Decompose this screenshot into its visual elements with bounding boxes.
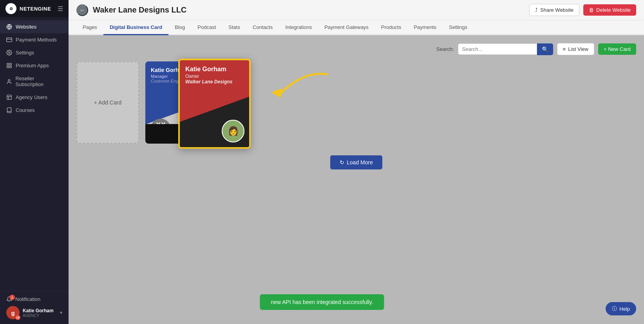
svg-rect-5 <box>7 63 9 65</box>
logo-icon: ⚙ <box>5 3 16 14</box>
sidebar-item-courses[interactable]: Courses <box>0 104 69 117</box>
tab-contacts[interactable]: Contacts <box>246 20 279 35</box>
svg-point-4 <box>9 52 10 54</box>
topbar: ← Waker Lane Designs LLC ⤴ Share Website… <box>69 0 644 20</box>
svg-rect-6 <box>10 63 11 65</box>
tab-settings[interactable]: Settings <box>443 20 474 35</box>
avatar-initial: g <box>11 310 14 316</box>
refresh-icon: ↻ <box>340 159 344 166</box>
user-item[interactable]: g 15 Katie Gorham AGENCY ▾ <box>6 306 62 319</box>
globe-icon <box>6 24 12 30</box>
user-name: Katie Gorham <box>23 308 54 313</box>
popup-card-container: Katie Gorham Owner Walker Lane Designs 👩 <box>178 59 251 149</box>
svg-point-9 <box>8 79 10 81</box>
gear-icon <box>6 50 12 56</box>
tab-pages[interactable]: Pages <box>76 20 103 35</box>
search-input-wrap <box>458 43 537 55</box>
avatar: g 15 <box>6 306 20 319</box>
popup-avatar: 👩 <box>222 120 244 142</box>
tab-podcast[interactable]: Podcast <box>191 20 222 35</box>
tab-payment-gateways[interactable]: Payment Gateways <box>318 20 375 35</box>
logo-text: NETENGINE <box>20 6 51 12</box>
tab-products[interactable]: Products <box>375 20 407 35</box>
sidebar-item-payment-methods[interactable]: Payment Methods <box>0 33 69 46</box>
help-label: Help <box>619 306 630 312</box>
back-button[interactable]: ← <box>76 4 88 16</box>
search-input[interactable] <box>462 46 533 52</box>
sidebar-item-websites-label: Websites <box>16 24 36 30</box>
sidebar-item-settings[interactable]: Settings <box>0 46 69 59</box>
popup-card-name: Katie Gorham <box>185 66 244 73</box>
grid-icon <box>6 63 12 68</box>
sidebar-item-premium-apps[interactable]: Premium Apps <box>0 59 69 72</box>
svg-rect-8 <box>7 66 9 68</box>
toast-message: new API has been integrated successfully… <box>260 294 384 310</box>
page-title: Waker Lane Designs LLC <box>93 5 186 14</box>
share-website-label: Share Website <box>540 7 573 13</box>
credit-card-icon <box>6 37 12 43</box>
cards-grid: + Add Card Katie Gorham Manager Customer… <box>76 61 636 144</box>
svg-rect-10 <box>7 95 11 99</box>
person-icon <box>6 79 12 85</box>
add-card-label: + Add Card <box>94 99 121 106</box>
chevron-down-icon: ▾ <box>60 310 62 315</box>
sidebar-item-courses-label: Courses <box>16 107 34 113</box>
tab-integrations[interactable]: Integrations <box>279 20 318 35</box>
load-more-wrap: ↻ Load More <box>76 155 636 169</box>
tab-blog[interactable]: Blog <box>168 20 191 35</box>
sidebar-item-agency-users-label: Agency Users <box>16 94 47 100</box>
content-toolbar: Search: 🔍 ≡ List View + New Card <box>76 43 636 55</box>
popup-card-inner: Katie Gorham Owner Walker Lane Designs 👩 <box>180 60 249 147</box>
svg-rect-7 <box>10 66 11 68</box>
tab-payments[interactable]: Payments <box>407 20 443 35</box>
user-role: AGENCY <box>23 313 54 318</box>
sidebar-item-premium-apps-label: Premium Apps <box>16 63 49 68</box>
popup-avatar-emoji: 👩 <box>228 126 239 136</box>
list-icon: ≡ <box>563 46 566 52</box>
tab-digital-business-card[interactable]: Digital Business Card <box>103 20 168 35</box>
user-info: Katie Gorham AGENCY <box>23 308 54 318</box>
tab-stats[interactable]: Stats <box>222 20 246 35</box>
trash-icon: 🗑 <box>589 7 594 13</box>
toast-text: new API has been integrated successfully… <box>271 299 373 305</box>
main-content: ← Waker Lane Designs LLC ⤴ Share Website… <box>69 0 644 324</box>
svg-rect-2 <box>7 38 12 42</box>
notification-item[interactable]: 1 Notification <box>6 296 62 302</box>
new-card-label: + New Card <box>604 46 631 52</box>
add-card-button[interactable]: + Add Card <box>76 61 139 144</box>
load-more-label: Load More <box>347 159 373 166</box>
layout-icon <box>6 94 12 100</box>
content-area: Search: 🔍 ≡ List View + New Card + Add C… <box>69 35 644 324</box>
notification-label: Notification <box>15 296 40 302</box>
notification-badge: 1 <box>9 295 15 300</box>
delete-website-label: Delete Website <box>596 7 631 13</box>
topbar-actions: ⤴ Share Website 🗑 Delete Website <box>529 4 636 16</box>
load-more-button[interactable]: ↻ Load More <box>330 155 382 169</box>
new-card-button[interactable]: + New Card <box>598 43 636 55</box>
sidebar: ⚙ NETENGINE ☰ Websites Payment Methods S… <box>0 0 69 324</box>
sidebar-item-reseller-subscription[interactable]: Reseller Subscription <box>0 72 69 91</box>
list-view-button[interactable]: ≡ List View <box>557 43 594 55</box>
share-website-button[interactable]: ⤴ Share Website <box>529 4 579 16</box>
sidebar-item-settings-label: Settings <box>16 50 34 56</box>
help-icon: ⓘ <box>612 305 617 312</box>
search-label: Search: <box>436 46 454 52</box>
delete-website-button[interactable]: 🗑 Delete Website <box>583 4 636 16</box>
help-button[interactable]: ⓘ Help <box>606 302 636 315</box>
search-button[interactable]: 🔍 <box>537 43 553 55</box>
share-icon: ⤴ <box>535 7 538 13</box>
sidebar-nav: Websites Payment Methods Settings Premiu… <box>0 17 69 291</box>
tab-bar: Pages Digital Business Card Blog Podcast… <box>69 20 644 35</box>
popup-card-company: Walker Lane Designs <box>185 79 244 85</box>
sidebar-item-agency-users[interactable]: Agency Users <box>0 91 69 104</box>
sidebar-logo: ⚙ NETENGINE ☰ <box>0 0 69 17</box>
sidebar-item-websites[interactable]: Websites <box>0 20 69 33</box>
book-icon <box>6 107 12 113</box>
sidebar-bottom: 1 Notification g 15 Katie Gorham AGENCY … <box>0 291 69 324</box>
list-view-label: List View <box>568 46 588 52</box>
sidebar-item-payment-methods-label: Payment Methods <box>16 37 57 43</box>
avatar-badge: 15 <box>15 315 20 320</box>
popup-card-role: Owner <box>185 74 244 79</box>
menu-icon[interactable]: ☰ <box>58 5 63 13</box>
popup-card[interactable]: Katie Gorham Owner Walker Lane Designs 👩 <box>178 59 251 149</box>
